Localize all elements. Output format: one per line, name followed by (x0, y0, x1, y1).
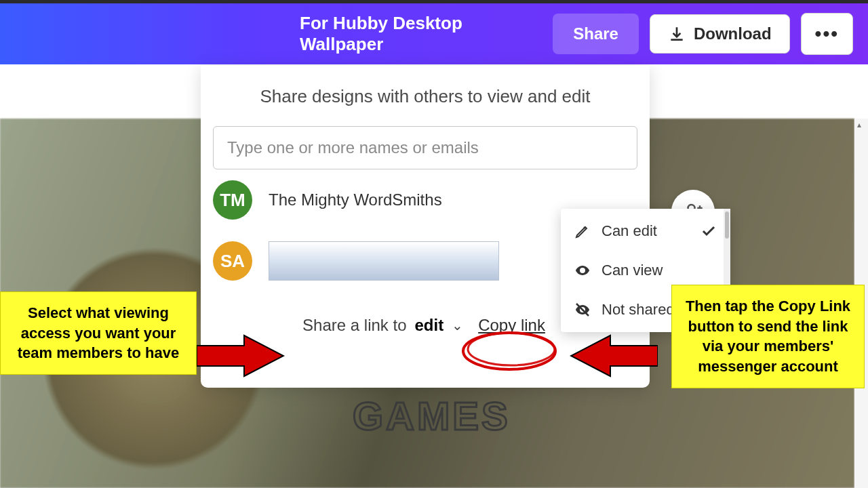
svg-marker-5 (197, 336, 283, 376)
download-label: Download (694, 24, 772, 43)
canvas-stamp-text: GAMES (353, 393, 511, 439)
avatar: SA (213, 241, 252, 281)
annotation-arrow-left-icon (570, 332, 658, 380)
share-link-prefix: Share a link to (302, 316, 406, 335)
permission-option-edit[interactable]: Can edit (561, 211, 730, 251)
more-button[interactable]: ••• (801, 13, 853, 55)
share-link-mode[interactable]: edit (415, 316, 444, 335)
download-button[interactable]: Download (650, 14, 790, 54)
permission-label: Not shared (601, 301, 675, 319)
share-panel-title: Share designs with others to view and ed… (206, 86, 644, 107)
share-name-input[interactable] (213, 126, 637, 169)
svg-marker-6 (571, 336, 658, 376)
member-name-redacted (269, 241, 499, 281)
share-button[interactable]: Share (553, 14, 639, 54)
annotation-arrow-right-icon (197, 332, 285, 380)
pencil-icon (574, 223, 591, 239)
member-name: The Mighty WordSmiths (269, 190, 442, 209)
download-icon (668, 25, 686, 43)
eye-off-icon (574, 302, 591, 318)
check-icon (701, 223, 717, 239)
svg-point-1 (468, 333, 555, 365)
svg-point-3 (581, 269, 584, 272)
avatar: TM (213, 180, 252, 220)
annotation-circle (458, 329, 560, 373)
eye-icon (574, 262, 591, 279)
annotation-callout-left: Select what viewing access you want your… (0, 291, 197, 375)
annotation-callout-right: Then tap the Copy Link button to send th… (671, 285, 865, 388)
document-title[interactable]: For Hubby Desktop Wallpaper (300, 13, 542, 55)
app-header: For Hubby Desktop Wallpaper Share Downlo… (0, 3, 868, 64)
permission-label: Can view (601, 262, 663, 279)
permission-label: Can edit (601, 222, 657, 240)
